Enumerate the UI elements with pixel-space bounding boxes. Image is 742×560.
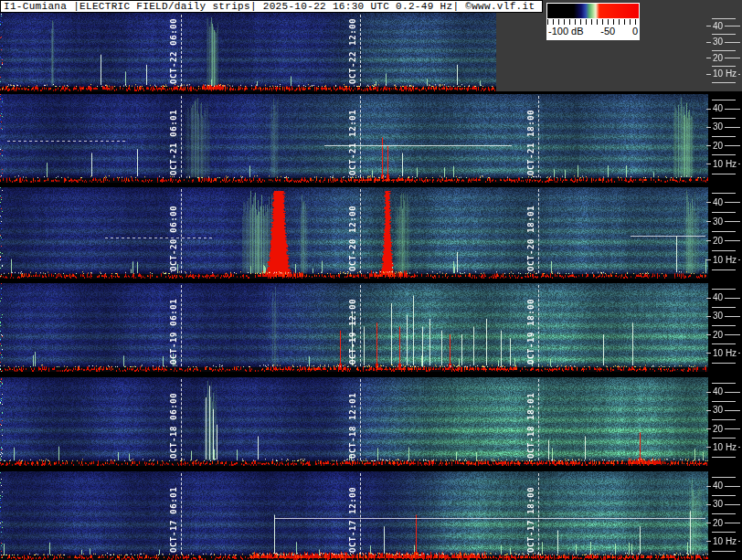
freq-tick-label: 20	[711, 142, 725, 151]
time-label: OCT-22 12:00	[348, 9, 358, 84]
freq-tick	[712, 343, 736, 344]
freq-tick-label-row: 10 Hz	[706, 349, 740, 358]
freq-tick	[712, 18, 736, 19]
freq-tick	[738, 541, 740, 542]
freq-tick	[725, 298, 740, 299]
time-label: OCT-17 06:01	[169, 478, 179, 553]
freq-tick-label-row: 40	[706, 293, 740, 302]
time-gridline	[538, 189, 539, 273]
freq-tick	[738, 447, 740, 448]
time-label: OCT-20 06:00	[169, 196, 179, 271]
time-label: OCT-18 12:01	[348, 384, 358, 459]
freq-tick	[712, 118, 736, 119]
time-label: OCT-19 18:00	[526, 290, 536, 365]
legend-tick-comb	[547, 19, 639, 25]
freq-tick	[738, 164, 740, 164]
freq-tick	[712, 66, 736, 67]
freq-tick-row	[706, 188, 740, 197]
time-gridline	[538, 473, 539, 555]
freq-tick	[725, 428, 740, 429]
freq-tick-label: 20	[711, 519, 725, 528]
freq-tick	[712, 401, 736, 402]
legend-labels: -100 dB -50 0	[547, 26, 639, 37]
time-gridline	[360, 379, 361, 460]
time-label: OCT-21 12:01	[348, 100, 358, 175]
freq-tick	[712, 136, 736, 137]
spectrogram-canvas	[0, 0, 742, 560]
freq-tick	[712, 477, 736, 478]
freq-tick	[712, 513, 736, 514]
freq-tick	[712, 495, 736, 496]
freq-tick	[712, 34, 736, 35]
freq-tick-label-row: 30	[706, 312, 740, 321]
legend-min-label: -100 dB	[548, 26, 584, 37]
freq-tick	[725, 486, 740, 487]
time-label: OCT-19 06:01	[169, 290, 179, 365]
freq-tick	[712, 250, 736, 251]
freq-tick	[725, 109, 740, 110]
time-gridline	[181, 473, 182, 555]
freq-tick-row	[706, 95, 740, 104]
time-gridline	[181, 96, 182, 177]
freq-tick	[712, 419, 736, 420]
freq-tick-row	[706, 302, 740, 312]
freq-tick-row	[706, 246, 740, 255]
freq-tick	[725, 26, 740, 26]
time-gridline	[181, 379, 182, 460]
freq-tick-label: 40	[711, 481, 725, 491]
time-gridline	[360, 96, 361, 177]
freq-tick	[712, 551, 736, 552]
freq-tick-row	[706, 113, 740, 122]
freq-tick-label: 40	[711, 293, 725, 302]
time-gridline	[360, 189, 361, 273]
freq-tick-row	[706, 322, 740, 331]
freq-tick-label: 10 Hz	[711, 256, 738, 265]
freq-tick	[725, 316, 740, 317]
time-label: OCT-18 06:00	[169, 384, 179, 459]
freq-tick	[725, 334, 740, 335]
colormap-gradient	[547, 4, 639, 18]
freq-tick-label: 30	[711, 217, 725, 227]
vlf-daily-strips-viewer: I1-Cumiana |ELECTRIC FIELD/daily strips|…	[0, 0, 742, 560]
freq-tick	[738, 353, 740, 354]
freq-tick	[712, 289, 736, 290]
freq-tick-label: 20	[711, 331, 725, 340]
freq-tick	[725, 42, 740, 43]
title-bar: I1-Cumiana |ELECTRIC FIELD/daily strips|…	[0, 0, 543, 13]
freq-tick	[725, 523, 740, 523]
freq-tick-label: 10 Hz	[711, 537, 738, 546]
time-gridline	[181, 285, 182, 366]
time-gridline	[538, 379, 539, 460]
freq-tick	[725, 392, 740, 393]
freq-tick-label-row: 30	[706, 406, 740, 415]
freq-tick	[712, 383, 736, 384]
freq-tick	[712, 438, 736, 438]
freq-tick-label-row: 20	[706, 331, 740, 340]
freq-tick-label: 40	[711, 104, 725, 113]
freq-tick	[738, 74, 740, 75]
time-label: OCT-20 18:01	[526, 196, 536, 271]
freq-tick-label: 30	[711, 406, 725, 415]
time-gridline	[538, 96, 539, 177]
time-label: OCT-19 12:00	[348, 290, 358, 365]
freq-tick-label-row: 40	[706, 198, 740, 207]
freq-tick	[712, 325, 736, 326]
freq-tick-label-row: 30	[706, 500, 740, 509]
time-gridline	[360, 15, 361, 86]
freq-tick	[712, 174, 736, 174]
freq-tick-row	[706, 132, 740, 142]
freq-tick-row	[706, 491, 740, 500]
legend-mid-label: -50	[600, 26, 615, 37]
time-label: OCT-17 12:00	[348, 478, 358, 553]
freq-tick-row	[706, 510, 740, 519]
freq-tick-row	[706, 396, 740, 406]
freq-tick	[725, 504, 740, 505]
time-gridline	[360, 285, 361, 366]
freq-tick	[712, 82, 736, 83]
freq-tick	[712, 269, 736, 270]
freq-tick	[712, 100, 736, 100]
freq-tick-label-row: 40	[706, 481, 740, 491]
freq-tick	[712, 50, 736, 51]
freq-tick	[725, 58, 740, 58]
freq-tick-label-row: 20	[706, 142, 740, 151]
